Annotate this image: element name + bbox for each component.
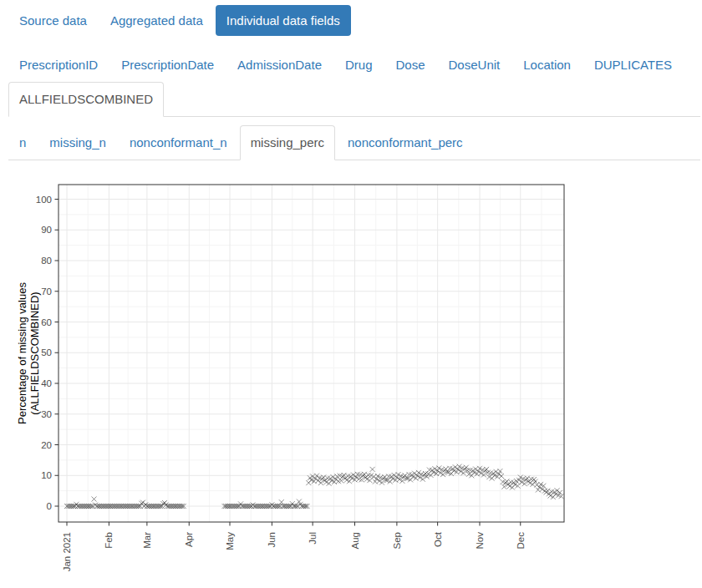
metric-tab-n[interactable]: n: [8, 125, 37, 160]
metric-tab-item: missing_perc: [240, 125, 335, 160]
tab-individual-data-fields[interactable]: Individual data fields: [216, 5, 351, 36]
missing-perc-chart-container: 0102030405060708090100Jan 2021FebMarAprM…: [8, 170, 700, 587]
x-tick-label: Jun: [267, 532, 277, 548]
field-tab-item: Location: [512, 48, 582, 83]
y-tick-label: 10: [41, 470, 52, 480]
metric-tab-nonconformant-n[interactable]: nonconformant_n: [119, 125, 238, 160]
metric-tab-missing-n[interactable]: missing_n: [38, 125, 117, 160]
y-tick-label: 40: [41, 378, 52, 388]
x-tick-label: Oct: [433, 531, 443, 547]
tab-item: Individual data fields: [216, 5, 351, 36]
dataset-nav: Source dataAggregated dataIndividual dat…: [8, 5, 700, 36]
metric-tab-item: nonconformant_perc: [337, 125, 474, 160]
metric-tabs: nmissing_nnonconformant_nmissing_percnon…: [8, 125, 700, 160]
x-tick-label: Dec: [516, 532, 526, 550]
x-tick-label: May: [225, 532, 235, 550]
y-tick-label: 60: [41, 317, 52, 327]
metric-tab-item: missing_n: [38, 125, 117, 160]
x-tick-label: Jul: [308, 532, 318, 545]
x-axis-ticks: [67, 522, 521, 526]
field-tab-location[interactable]: Location: [512, 48, 582, 83]
y-axis-title: Percentage of missing values(ALLFIELDSCO…: [16, 282, 41, 424]
field-tabs: PrescriptionIDPrescriptionDateAdmissionD…: [8, 48, 700, 117]
y-tick-label: 90: [41, 225, 52, 235]
field-tab-duplicates[interactable]: DUPLICATES: [583, 48, 683, 83]
metric-tab-item: n: [8, 125, 37, 160]
x-tick-label: Mar: [142, 532, 152, 549]
x-tick-label: Sep: [392, 532, 402, 549]
field-tab-admissiondate[interactable]: AdmissionDate: [226, 48, 333, 83]
field-tab-item: AdmissionDate: [226, 48, 333, 83]
field-tab-item: DUPLICATES: [583, 48, 683, 83]
field-tab-prescriptiondate[interactable]: PrescriptionDate: [110, 48, 225, 83]
x-tick-label: Aug: [350, 532, 360, 549]
metric-tab-item: nonconformant_n: [119, 125, 238, 160]
y-axis-title-line: (ALLFIELDSCOMBINED): [28, 291, 41, 414]
x-tick-label: Feb: [104, 532, 114, 549]
y-tick-label: 30: [41, 409, 52, 419]
tab-item: Source data: [8, 5, 98, 36]
field-tab-item: Dose: [385, 48, 436, 83]
y-tick-label: 50: [41, 347, 52, 357]
tab-aggregated-data[interactable]: Aggregated data: [99, 5, 214, 36]
field-tab-dose[interactable]: Dose: [385, 48, 436, 83]
field-tab-drug[interactable]: Drug: [334, 48, 384, 83]
y-tick-label: 20: [41, 440, 52, 450]
tab-source-data[interactable]: Source data: [8, 5, 98, 36]
missing-perc-scatter-plot: 0102030405060708090100Jan 2021FebMarAprM…: [8, 170, 585, 584]
field-tab-item: PrescriptionDate: [110, 48, 225, 83]
field-tab-item: ALLFIELDSCOMBINED: [8, 82, 164, 117]
field-tab-doseunit[interactable]: DoseUnit: [438, 48, 511, 83]
metric-tab-missing-perc[interactable]: missing_perc: [240, 125, 335, 160]
x-tick-label: Jan 2021: [62, 532, 72, 571]
field-tab-item: DoseUnit: [438, 48, 511, 83]
y-tick-label: 70: [41, 286, 52, 297]
report-page: Source dataAggregated dataIndividual dat…: [0, 0, 702, 587]
y-tick-label: 100: [36, 195, 52, 205]
y-axis-ticks: [55, 200, 59, 507]
x-axis-labels: Jan 2021FebMarAprMayJunJulAugSepOctNovDe…: [62, 531, 526, 571]
field-tab-item: PrescriptionID: [8, 48, 109, 83]
field-tab-item: Drug: [334, 48, 384, 83]
x-tick-label: Apr: [184, 532, 194, 547]
y-tick-label: 0: [47, 501, 52, 511]
y-tick-label: 80: [41, 256, 52, 266]
x-tick-label: Nov: [475, 532, 485, 550]
field-tab-allfieldscombined[interactable]: ALLFIELDSCOMBINED: [8, 82, 164, 117]
metric-tab-nonconformant-perc[interactable]: nonconformant_perc: [337, 125, 474, 160]
y-axis-title-line: Percentage of missing values: [16, 282, 28, 424]
tab-item: Aggregated data: [99, 5, 214, 36]
field-tab-prescriptionid[interactable]: PrescriptionID: [8, 48, 109, 83]
